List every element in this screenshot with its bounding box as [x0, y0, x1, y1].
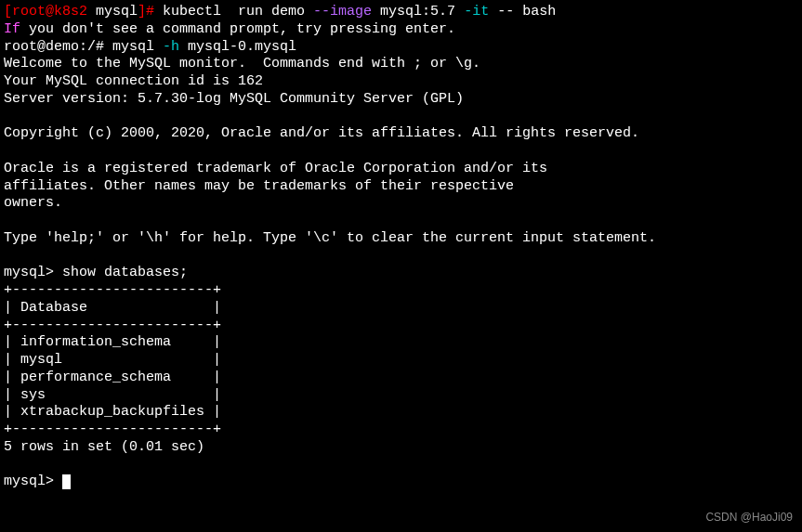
prompt-close: ]#	[138, 4, 163, 19]
watermark-text: CSDN @HaoJi09	[705, 511, 793, 525]
mysql-copyright: Copyright (c) 2000, 2020, Oracle and/or …	[4, 125, 639, 141]
mysql-server-version: Server version: 5.7.30-log MySQL Communi…	[4, 91, 464, 107]
table-header: | Database |	[4, 300, 221, 316]
terminal-output[interactable]: [root@k8s2 mysql]# kubectl run demo --im…	[4, 4, 798, 491]
mysql-connection-id: Your MySQL connection id is 162	[4, 73, 263, 89]
cmd-text: mysql:5.7	[372, 4, 464, 19]
cmd-flag: -it	[464, 4, 489, 19]
mysql-welcome: Welcome to the MySQL monitor. Commands e…	[4, 56, 480, 71]
cursor-icon	[62, 474, 71, 489]
table-row: | information_schema |	[4, 334, 221, 350]
cmd-text: kubectl run demo	[163, 4, 313, 19]
mysql-trademark: affiliates. Other names may be trademark…	[4, 178, 514, 194]
prompt-bracket: [	[4, 4, 12, 19]
table-border: +------------------------+	[4, 318, 221, 333]
cmd-text: mysql-0.mysql	[179, 39, 296, 55]
mysql-trademark: Oracle is a registered trademark of Orac…	[4, 161, 547, 176]
table-border: +------------------------+	[4, 282, 221, 298]
result-summary: 5 rows in set (0.01 sec)	[4, 439, 204, 455]
table-row: | sys |	[4, 387, 221, 403]
table-row: | xtrabackup_backupfiles |	[4, 404, 221, 420]
mysql-prompt: mysql>	[4, 265, 62, 280]
prompt-path: mysql	[87, 4, 138, 19]
mysql-prompt: mysql>	[4, 474, 62, 489]
user-host: root@k8s2	[12, 4, 87, 19]
if-keyword: If	[4, 21, 20, 37]
table-row: | mysql |	[4, 352, 221, 368]
mysql-trademark: owners.	[4, 195, 62, 211]
inner-prompt: root@demo:/# mysql	[4, 39, 163, 55]
output-text: you don't see a command prompt, try pres…	[20, 21, 455, 37]
table-border: +------------------------+	[4, 422, 221, 437]
sql-query: show databases;	[62, 265, 188, 280]
cmd-flag: --image	[313, 4, 372, 19]
table-row: | performance_schema |	[4, 370, 221, 385]
cmd-flag: -h	[163, 39, 179, 55]
mysql-help-hint: Type 'help;' or '\h' for help. Type '\c'…	[4, 230, 656, 246]
cmd-text: -- bash	[489, 4, 556, 19]
